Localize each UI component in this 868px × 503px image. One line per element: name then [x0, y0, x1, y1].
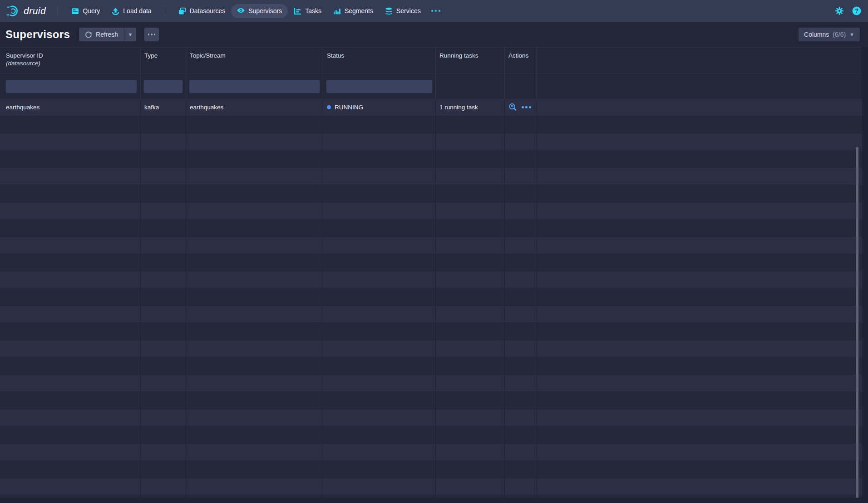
cell-empty [505, 409, 537, 426]
help-icon[interactable]: ? [852, 6, 862, 16]
cell-empty [436, 254, 505, 271]
table-row-empty [0, 288, 862, 306]
column-header-supervisor-id[interactable]: Supervisor ID (datasource) [0, 48, 141, 73]
segments-icon [333, 7, 341, 15]
cell-empty [141, 254, 186, 271]
supervisors-eye-icon [237, 7, 245, 15]
row-more-actions-icon[interactable] [522, 106, 531, 108]
table-row-empty [0, 133, 862, 151]
nav-item-supervisors[interactable]: Supervisors [231, 4, 288, 18]
cell-empty [505, 392, 537, 409]
cell-empty [505, 288, 537, 305]
filter-input-topic-stream[interactable] [189, 79, 320, 93]
cell-empty [505, 306, 537, 322]
cell-empty [537, 185, 862, 202]
cell-empty [505, 340, 537, 357]
cell-empty [537, 116, 862, 133]
cell-empty [323, 357, 436, 374]
cell-empty [505, 237, 537, 254]
cell-empty [323, 202, 436, 219]
cell-empty [141, 151, 186, 167]
cell-empty [0, 116, 141, 133]
column-header-status[interactable]: Status [323, 48, 436, 73]
table-row-empty [0, 220, 862, 237]
settings-gear-icon[interactable] [834, 6, 844, 16]
table-row-empty [0, 461, 862, 478]
filter-input-status[interactable] [326, 79, 433, 93]
cell-empty [505, 375, 537, 391]
cell-empty [436, 392, 505, 409]
cell-empty [0, 151, 141, 167]
magnify-details-icon[interactable] [508, 103, 517, 112]
cell-empty [323, 495, 436, 498]
druid-logo-icon [6, 4, 21, 18]
cell-empty [141, 444, 186, 460]
cell-empty [0, 426, 141, 443]
table-row-empty [0, 254, 862, 271]
nav-item-query[interactable]: Query [65, 4, 106, 18]
cell-empty [537, 392, 862, 409]
table-row-empty [0, 271, 862, 288]
refresh-dropdown-button[interactable]: ▼ [124, 28, 136, 41]
cell-empty [505, 133, 537, 150]
chevron-down-icon: ▼ [128, 32, 133, 37]
cell-empty [141, 168, 186, 185]
cell-empty [537, 202, 862, 219]
cell-empty [537, 461, 862, 478]
columns-dropdown-button[interactable]: Columns (6/6) ▼ [799, 28, 860, 41]
druid-logo[interactable]: druid [6, 4, 46, 18]
cell-empty [436, 444, 505, 460]
cell-empty [537, 478, 862, 495]
cell-empty [436, 426, 505, 443]
column-header-running-tasks[interactable]: Running tasks [436, 48, 505, 73]
cell-empty [436, 357, 505, 374]
cell-empty [0, 133, 141, 150]
page-toolbar: Supervisors Refresh ▼ Columns (6/6) ▼ [0, 22, 868, 47]
refresh-button[interactable]: Refresh [79, 28, 124, 41]
nav-item-datasources[interactable]: Datasources [173, 4, 232, 18]
table-row-empty [0, 151, 862, 168]
nav-item-label: Segments [345, 7, 373, 15]
cell-empty [141, 323, 186, 340]
cell-empty [436, 409, 505, 426]
nav-item-tasks[interactable]: Tasks [288, 4, 327, 18]
cell-empty [537, 220, 862, 236]
cell-empty [537, 254, 862, 271]
cell-empty [436, 306, 505, 322]
more-actions-button[interactable] [144, 28, 159, 41]
table-row-empty [0, 306, 862, 323]
filter-input-type[interactable] [143, 79, 183, 93]
cell-empty [0, 202, 141, 219]
cell-empty [186, 185, 323, 202]
column-header-topic-stream[interactable]: Topic/Stream [186, 48, 323, 73]
nav-item-load-data[interactable]: Load data [106, 4, 157, 18]
nav-more-icon[interactable] [427, 10, 445, 12]
cell-empty [186, 237, 323, 254]
cell-empty [323, 220, 436, 236]
nav-item-segments[interactable]: Segments [327, 4, 379, 18]
column-header-type[interactable]: Type [141, 48, 186, 73]
cell-empty [323, 426, 436, 443]
cell-empty [436, 202, 505, 219]
cell-empty [323, 271, 436, 288]
table-row-empty [0, 168, 862, 185]
cell-empty [141, 375, 186, 391]
table-row-empty [0, 116, 862, 133]
cell-empty [505, 202, 537, 219]
nav-separator [165, 6, 165, 16]
filter-input-supervisor-id[interactable] [5, 79, 137, 93]
cell-empty [141, 306, 186, 322]
column-header-filler [537, 48, 862, 73]
ellipsis-icon [148, 34, 156, 35]
cell-empty [436, 271, 505, 288]
cell-empty [537, 495, 862, 498]
table-row-empty [0, 357, 862, 375]
cell-empty [505, 168, 537, 185]
cell-empty [141, 461, 186, 478]
cell-empty [186, 426, 323, 443]
vertical-scrollbar-thumb[interactable] [856, 147, 858, 498]
table-filter-row [0, 73, 862, 99]
nav-item-services[interactable]: Services [379, 4, 427, 18]
table-body: earthquakes kafka earthquakes RUNNING 1 … [0, 99, 862, 498]
cell-empty [323, 478, 436, 495]
